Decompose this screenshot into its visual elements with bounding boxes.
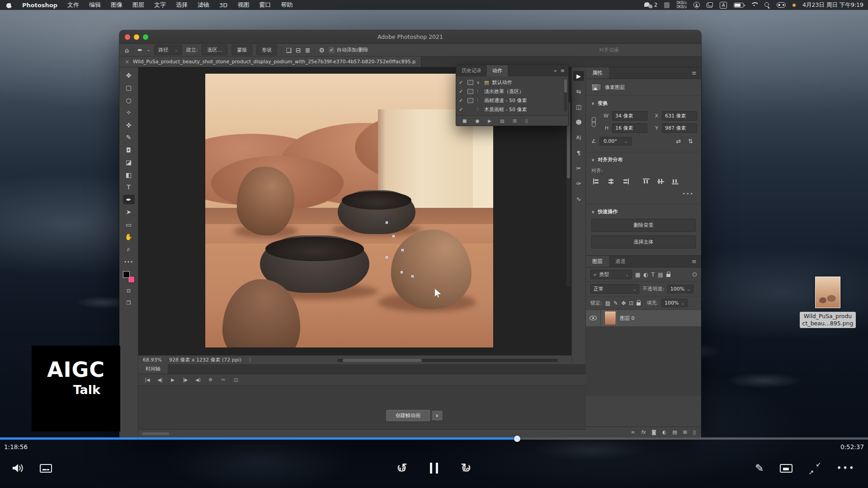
volume-button[interactable] xyxy=(12,463,24,473)
menu-type[interactable]: 文字 xyxy=(154,1,166,9)
battery-icon[interactable] xyxy=(734,3,744,8)
panel-menu-icon[interactable]: ≡ xyxy=(692,70,701,76)
menu-select[interactable]: 选择 xyxy=(176,1,188,9)
tab-layers[interactable]: 图层 xyxy=(586,256,609,267)
auto-add-delete-checkbox[interactable]: ✓ 自动添加/删除 xyxy=(329,47,368,53)
chevron-down-icon[interactable]: ⌄ xyxy=(147,48,151,52)
action-set-row[interactable]: ✓ ∨ ▤ 默认动作 xyxy=(456,78,568,87)
play-button[interactable]: ▶ xyxy=(167,376,178,384)
lock-transparent-pixels-icon[interactable]: ▨ xyxy=(605,300,610,306)
layer-row-layer0[interactable]: 图层 0 xyxy=(586,310,701,326)
x-field[interactable]: 631 像素 xyxy=(662,111,697,121)
menu-photoshop[interactable]: Photoshop xyxy=(22,2,57,9)
foreground-color-swatch[interactable] xyxy=(123,271,130,278)
filter-smart-object-icon[interactable] xyxy=(666,274,670,277)
menu-file[interactable]: 文件 xyxy=(67,1,79,9)
filter-pixel-layers-icon[interactable]: ▦ xyxy=(635,272,640,278)
make-selection-button[interactable]: 选区… xyxy=(202,45,227,55)
audio-mute-button[interactable]: ◀) xyxy=(193,376,203,384)
first-frame-button[interactable]: |◀ xyxy=(142,376,153,384)
dialog-toggle-icon[interactable] xyxy=(467,89,473,94)
wechat-status-icon[interactable]: 2 xyxy=(644,2,658,8)
tab-actions[interactable]: 动作 xyxy=(487,65,508,76)
link-dimensions-icon[interactable] xyxy=(591,117,596,127)
quick-selection-tool[interactable]: ✧ xyxy=(123,108,135,117)
path-arrangement-icon[interactable]: ≣ xyxy=(305,47,311,53)
new-layer-icon[interactable]: ⊞ xyxy=(683,429,687,435)
flip-horizontal-icon[interactable]: ⇄ xyxy=(676,138,681,145)
menu-window[interactable]: 窗口 xyxy=(259,1,271,9)
action-row[interactable]: ✓ 〉 画框通道 - 50 像素 xyxy=(456,96,568,105)
canvas-image[interactable] xyxy=(205,74,493,347)
annotate-pencil-button[interactable]: ✎ xyxy=(755,462,764,474)
panel-icon-character[interactable]: A| xyxy=(573,132,584,142)
file-name-label[interactable]: Wild_PuSa_produ ct_beau...895.png xyxy=(800,312,856,328)
menu-filter[interactable]: 滤镜 xyxy=(198,1,209,9)
panel-icon-libraries[interactable]: ☻ xyxy=(573,117,584,127)
zoom-tool[interactable]: ⌕ xyxy=(123,244,135,254)
panel-icon-properties[interactable]: ⇆ xyxy=(573,86,584,96)
desktop-file-icon[interactable]: Wild_PuSa_produ ct_beau...895.png xyxy=(799,277,857,328)
filter-toggle-icon[interactable] xyxy=(693,272,697,277)
menu-view[interactable]: 视图 xyxy=(237,1,249,9)
menu-help[interactable]: 帮助 xyxy=(281,1,292,9)
panel-icon-paragraph[interactable]: ¶ xyxy=(573,148,584,158)
layer-filter-dropdown[interactable]: ⌕ 类型 ⌄ xyxy=(590,270,632,279)
timeline-zoom-slider[interactable] xyxy=(142,432,169,435)
tab-channels[interactable]: 通道 xyxy=(609,256,632,267)
toggle-item-check-icon[interactable]: ✓ xyxy=(459,89,464,94)
create-animation-dropdown[interactable]: ∨ xyxy=(432,411,442,420)
layer-thumbnail[interactable] xyxy=(604,311,616,325)
menubar-clock[interactable]: 4月23日 周日 下午9:19 xyxy=(802,1,863,9)
create-frame-animation-button[interactable]: 创建帧动画 xyxy=(386,410,430,421)
tab-properties[interactable]: 属性 xyxy=(586,67,609,79)
wifi-icon[interactable] xyxy=(750,2,758,8)
type-tool[interactable]: T xyxy=(123,183,135,192)
previous-frame-button[interactable]: ◀| xyxy=(155,376,165,384)
align-vertical-center-icon[interactable] xyxy=(657,178,664,184)
align-right-icon[interactable] xyxy=(622,178,629,184)
path-alignment-icon[interactable]: ⊟ xyxy=(296,47,301,53)
fill-field[interactable]: 100% ⌄ xyxy=(661,299,688,307)
path-anchor-point[interactable] xyxy=(401,249,404,251)
timeline-settings-gear-icon[interactable]: ⚙ xyxy=(205,376,216,384)
home-icon[interactable]: ⌂ xyxy=(125,47,129,53)
exit-fullscreen-button[interactable]: ↙ ↗ xyxy=(809,462,821,474)
tab-timeline[interactable]: 时间轴 xyxy=(138,364,168,374)
filter-type-layers-icon[interactable]: T xyxy=(651,272,655,278)
delete-action-icon[interactable]: ▯ xyxy=(525,118,528,123)
rectangular-marquee-tool[interactable]: ▢ xyxy=(123,83,135,93)
dialog-toggle-empty[interactable] xyxy=(467,107,473,112)
geometry-options-gear-icon[interactable]: ⚙ xyxy=(319,47,325,53)
split-clip-button[interactable]: ✂ xyxy=(218,376,229,384)
video-progress-bar[interactable] xyxy=(0,437,868,440)
layer-effects-icon[interactable]: fx xyxy=(641,429,646,435)
brush-tool[interactable]: ✎ xyxy=(123,133,135,142)
stop-playing-icon[interactable]: ■ xyxy=(462,118,467,123)
path-anchor-point[interactable] xyxy=(401,271,403,273)
opacity-field[interactable]: 100% ⌄ xyxy=(667,285,693,293)
layer-name[interactable]: 图层 0 xyxy=(620,315,635,322)
more-options-icon[interactable]: ••• xyxy=(586,191,701,197)
status-chevron-icon[interactable]: 〉 xyxy=(249,357,254,363)
quick-actions-section-header[interactable]: ∨ 快速操作 xyxy=(586,208,701,215)
path-operations-icon[interactable]: ❏ xyxy=(286,47,292,53)
panel-icon-adjustments[interactable]: ◫ xyxy=(573,102,584,112)
toggle-item-check-icon[interactable]: ✓ xyxy=(459,80,464,85)
path-anchor-point[interactable] xyxy=(392,235,395,237)
expander-icon[interactable]: 〉 xyxy=(476,88,481,94)
clone-stamp-tool[interactable]: ◘ xyxy=(123,145,135,155)
apple-menu-icon[interactable] xyxy=(6,2,12,8)
next-frame-button[interactable]: |▶ xyxy=(180,376,191,384)
hand-tool[interactable]: ✋ xyxy=(123,232,135,242)
lock-position-icon[interactable]: ✥ xyxy=(621,300,626,306)
expander-icon[interactable]: 〉 xyxy=(476,106,481,113)
screen-mode-button[interactable]: ❐ xyxy=(123,298,135,308)
rotation-angle-field[interactable]: 0.00° ⌄ xyxy=(599,137,632,145)
align-top-icon[interactable] xyxy=(643,178,650,184)
edit-toolbar-button[interactable]: ••• xyxy=(123,257,135,267)
blend-mode-dropdown[interactable]: 正常 ⌄ xyxy=(590,284,639,294)
horizontal-scrollbar[interactable] xyxy=(337,359,558,362)
record-icon[interactable]: ● xyxy=(475,118,479,123)
link-layers-icon[interactable]: ∞ xyxy=(631,429,635,435)
